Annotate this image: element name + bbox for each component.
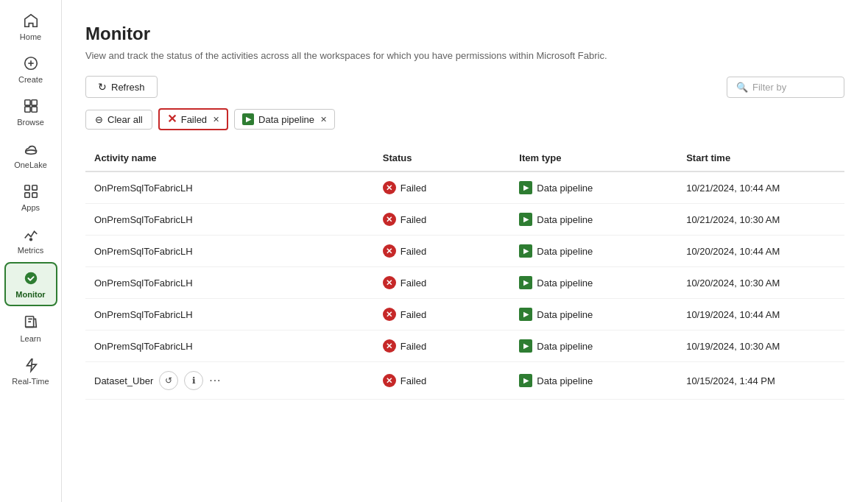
sidebar-item-learn[interactable]: Learn [4,308,57,349]
status-cell: ✕ Failed [374,267,511,299]
data-pipeline-icon: ▶ [519,181,532,194]
more-options-button[interactable]: ··· [209,374,221,387]
row-actions: ↺ ℹ ··· [159,371,221,390]
item-type-text: Data pipeline [537,341,593,352]
svg-rect-8 [24,185,29,190]
svg-rect-3 [24,100,29,105]
filter-tag-failed[interactable]: ✕ Failed ✕ [158,108,228,130]
page-description: View and track the status of the activit… [85,50,844,61]
refresh-row-button[interactable]: ↺ [159,371,178,390]
realtime-icon [22,356,40,374]
main-content: Monitor View and track the status of the… [62,0,868,502]
item-type-cell: ▶ Data pipeline [510,299,677,330]
sidebar: Home Create Browse [0,0,62,502]
table-row[interactable]: OnPremSqlToFabricLH ✕ Failed ▶ Data pipe… [85,267,844,299]
table-row[interactable]: Dataset_Uber ↺ ℹ ··· ✕ Failed ▶ Data pip… [85,362,844,400]
status-cell: ✕ Failed [374,204,511,236]
data-pipeline-icon: ▶ [519,213,532,226]
start-time-cell: 10/20/2024, 10:30 AM [677,267,844,299]
sidebar-item-home[interactable]: Home [4,6,57,47]
svg-point-13 [24,272,37,285]
start-time-cell: 10/19/2024, 10:44 AM [677,299,844,330]
svg-rect-10 [24,193,29,197]
start-time-cell: 10/20/2024, 10:44 AM [677,236,844,267]
status-text: Failed [401,246,426,257]
filter-input-container[interactable]: 🔍 Filter by [727,77,844,98]
sidebar-item-onelake[interactable]: OneLake [4,134,57,175]
failed-icon: ✕ [383,339,396,353]
status-text: Failed [401,183,426,194]
sidebar-item-realtime[interactable]: Real-Time [4,350,57,392]
table-row[interactable]: OnPremSqlToFabricLH ✕ Failed ▶ Data pipe… [85,299,844,330]
activity-name-text: OnPremSqlToFabricLH [94,309,193,320]
item-type-text: Data pipeline [537,277,593,289]
page-title: Monitor [85,24,844,44]
failed-icon: ✕ [383,374,396,387]
activity-name-cell: OnPremSqlToFabricLH [85,204,374,236]
item-type-cell: ▶ Data pipeline [510,267,677,299]
failed-icon: ✕ [383,213,396,226]
failed-icon: ✕ [383,181,396,194]
sidebar-item-metrics[interactable]: Metrics [4,219,57,261]
start-time-text: 10/21/2024, 10:30 AM [686,214,780,225]
status-text: Failed [401,341,426,352]
clear-all-button[interactable]: ⊖ Clear all [85,110,152,130]
filter-tag-data-pipeline[interactable]: ▶ Data pipeline ✕ [234,109,335,130]
start-time-cell: 10/21/2024, 10:30 AM [677,204,844,236]
status-cell: ✕ Failed [374,299,511,330]
start-time-text: 10/19/2024, 10:30 AM [686,341,780,352]
item-type-text: Data pipeline [537,214,593,225]
col-start-time: Start time [677,145,844,172]
failed-icon: ✕ [383,276,396,289]
monitor-icon [22,269,40,287]
activity-name-cell: OnPremSqlToFabricLH [85,330,374,362]
data-table: Activity name Status Item type Start tim… [85,145,844,400]
table-row[interactable]: OnPremSqlToFabricLH ✕ Failed ▶ Data pipe… [85,172,844,204]
pipeline-tag-close[interactable]: ✕ [320,115,327,124]
start-time-cell: 10/21/2024, 10:44 AM [677,172,844,204]
search-icon: 🔍 [736,82,748,93]
failed-icon: ✕ [383,244,396,258]
data-pipeline-icon: ▶ [519,339,532,353]
table-row[interactable]: OnPremSqlToFabricLH ✕ Failed ▶ Data pipe… [85,204,844,236]
learn-icon [22,314,40,331]
item-type-cell: ▶ Data pipeline [510,236,677,267]
activity-name-text: OnPremSqlToFabricLH [94,183,193,194]
refresh-icon: ↻ [98,81,107,93]
start-time-text: 10/20/2024, 10:30 AM [686,277,780,289]
info-row-button[interactable]: ℹ [184,371,203,390]
activity-name-text: OnPremSqlToFabricLH [94,341,193,352]
refresh-button[interactable]: ↻ Refresh [85,76,158,98]
status-cell: ✕ Failed [374,236,511,267]
failed-tag-close[interactable]: ✕ [213,115,219,124]
table-row[interactable]: OnPremSqlToFabricLH ✕ Failed ▶ Data pipe… [85,330,844,362]
col-status: Status [374,145,511,172]
item-type-text: Data pipeline [537,183,593,194]
activity-name-text: Dataset_Uber [94,375,153,386]
failed-icon: ✕ [383,308,396,321]
table-header: Activity name Status Item type Start tim… [85,145,844,172]
svg-rect-6 [31,107,36,112]
status-cell: ✕ Failed [374,362,511,400]
toolbar-left: ↻ Refresh [85,76,158,98]
svg-rect-4 [31,100,36,105]
start-time-cell: 10/19/2024, 10:30 AM [677,330,844,362]
create-icon [22,54,40,72]
table-row[interactable]: OnPremSqlToFabricLH ✕ Failed ▶ Data pipe… [85,236,844,267]
item-type-cell: ▶ Data pipeline [510,362,677,400]
activity-name-cell: OnPremSqlToFabricLH [85,299,374,330]
sidebar-item-create[interactable]: Create [4,49,57,90]
status-cell: ✕ Failed [374,330,511,362]
sidebar-item-browse[interactable]: Browse [4,91,57,132]
status-text: Failed [401,214,426,225]
item-type-cell: ▶ Data pipeline [510,330,677,362]
data-pipeline-icon: ▶ [519,276,532,289]
activity-name-cell: Dataset_Uber ↺ ℹ ··· [85,362,374,400]
start-time-cell: 10/15/2024, 1:44 PM [677,362,844,400]
item-type-cell: ▶ Data pipeline [510,204,677,236]
sidebar-item-monitor[interactable]: Monitor [4,262,57,306]
clear-all-icon: ⊖ [95,114,103,125]
apps-icon [22,183,40,200]
svg-rect-5 [24,107,29,112]
sidebar-item-apps[interactable]: Apps [4,177,57,218]
